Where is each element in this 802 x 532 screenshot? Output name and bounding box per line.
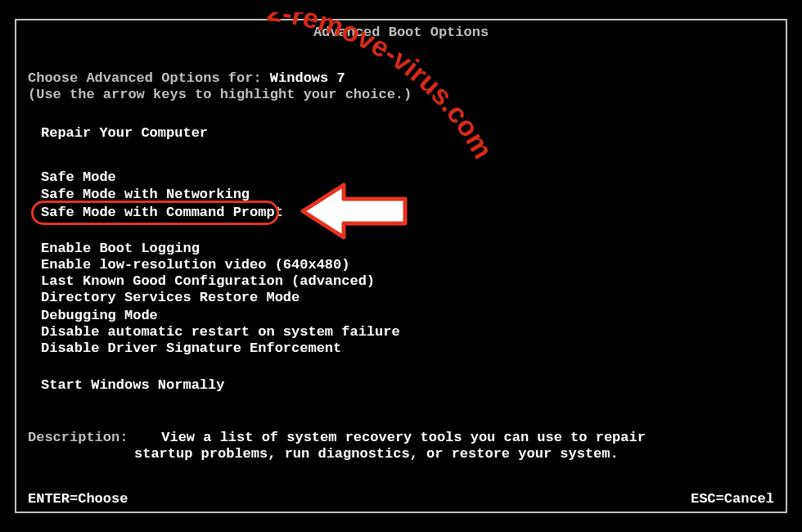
option-dsrm[interactable]: Directory Services Restore Mode (41, 290, 300, 305)
footer-enter: ENTER=Choose (28, 491, 128, 507)
watermark: 2-remove-virus.com (258, 12, 585, 258)
border-right (786, 19, 787, 513)
option-safe-mode-networking[interactable]: Safe Mode with Networking (41, 187, 250, 202)
footer-esc: ESC=Cancel (691, 491, 774, 507)
option-no-restart[interactable]: Disable automatic restart on system fail… (41, 324, 400, 340)
option-safe-mode-cmd[interactable]: Safe Mode with Command Prompt (41, 205, 283, 220)
intro-line: Choose Advanced Options for: Windows 7 (28, 70, 345, 86)
description-text1: View a list of system recovery tools you… (161, 430, 646, 445)
option-lkgc[interactable]: Last Known Good Configuration (advanced) (41, 273, 375, 289)
option-boot-logging[interactable]: Enable Boot Logging (41, 241, 200, 256)
intro-os: Windows 7 (270, 70, 345, 86)
description-text2: startup problems, run diagnostics, or re… (134, 446, 619, 462)
intro-prefix: Choose Advanced Options for: (28, 70, 270, 86)
intro-help: (Use the arrow keys to highlight your ch… (28, 87, 412, 102)
svg-marker-0 (303, 185, 405, 237)
option-start-normal[interactable]: Start Windows Normally (41, 377, 224, 393)
boot-screen: Advanced Boot Options Choose Advanced Op… (0, 0, 802, 532)
border-left (15, 19, 16, 513)
option-no-sig[interactable]: Disable Driver Signature Enforcement (41, 340, 341, 356)
description-line1: Description: View a list of system recov… (28, 430, 646, 445)
option-low-res[interactable]: Enable low-resolution video (640x480) (41, 257, 349, 273)
option-debug[interactable]: Debugging Mode (41, 308, 158, 323)
option-safe-mode[interactable]: Safe Mode (41, 169, 116, 185)
border-top (15, 19, 787, 20)
page-title: Advanced Boot Options (0, 25, 802, 40)
description-label: Description: (28, 430, 128, 445)
option-repair[interactable]: Repair Your Computer (41, 125, 208, 141)
border-bottom (15, 512, 787, 513)
arrow-icon (299, 170, 413, 244)
